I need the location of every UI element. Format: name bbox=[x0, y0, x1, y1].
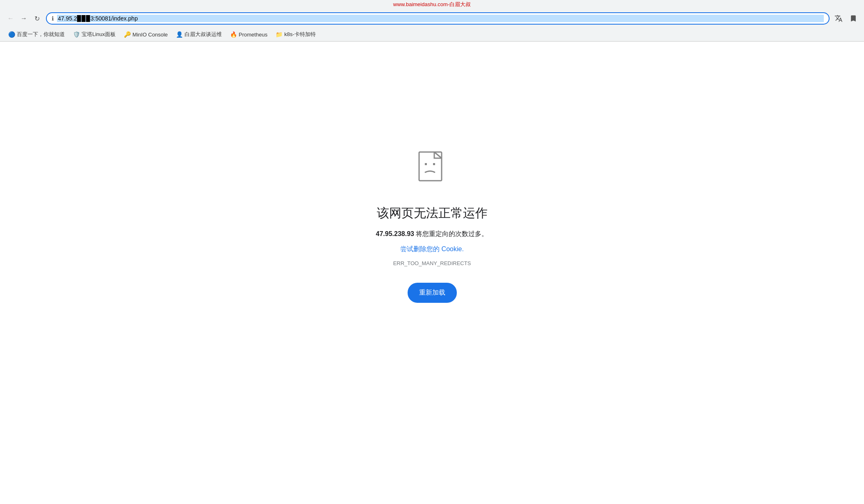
bookmark-baimei-label: 白眉大叔谈运维 bbox=[185, 31, 222, 38]
info-icon: ℹ bbox=[52, 15, 54, 22]
top-bar: ← → ↻ ℹ 47.95.2▉▉▉3:50081/index.php bbox=[0, 9, 864, 28]
bookmark-baidu-label: 百度一下，你就知道 bbox=[17, 31, 65, 38]
bookmark-prometheus-label: Prometheus bbox=[239, 32, 267, 38]
baimei-icon: 👤 bbox=[176, 31, 183, 38]
error-redirect-msg: 将您重定向的次数过多。 bbox=[414, 230, 488, 237]
address-bar[interactable]: ℹ 47.95.2▉▉▉3:50081/index.php bbox=[46, 12, 830, 25]
back-button[interactable]: ← bbox=[5, 13, 16, 24]
address-text: 47.95.2▉▉▉3:50081/index.php bbox=[57, 15, 824, 22]
page-content: 该网页无法正常运作 47.95.238.93 将您重定向的次数过多。 尝试删除您… bbox=[0, 42, 864, 411]
error-main-title: 该网页无法正常运作 bbox=[377, 205, 488, 222]
browser-chrome: www.baimeidashu.com-白眉大叔 ← → ↻ ℹ 47.95.2… bbox=[0, 0, 864, 42]
website-bar: www.baimeidashu.com-白眉大叔 bbox=[0, 0, 864, 9]
reload-button[interactable]: ↻ bbox=[31, 13, 43, 24]
reload-page-button[interactable]: 重新加载 bbox=[408, 283, 457, 303]
error-file-icon bbox=[416, 150, 449, 187]
bookmark-baimei[interactable]: 👤 白眉大叔谈运维 bbox=[173, 30, 225, 39]
forward-button[interactable]: → bbox=[18, 13, 30, 24]
bookmark-baidu[interactable]: 🔵 百度一下，你就知道 bbox=[5, 30, 68, 39]
bookmark-bt[interactable]: 🛡️ 宝塔Linux面板 bbox=[70, 30, 119, 39]
bookmark-minio[interactable]: 🔑 MinIO Console bbox=[121, 30, 171, 39]
prometheus-icon: 🔥 bbox=[230, 31, 237, 38]
error-code: ERR_TOO_MANY_REDIRECTS bbox=[393, 260, 471, 266]
nav-buttons: ← → ↻ bbox=[5, 13, 43, 24]
cookie-link[interactable]: 尝试删除您的 Cookie. bbox=[400, 245, 464, 254]
bookmarks-bar: 🔵 百度一下，你就知道 🛡️ 宝塔Linux面板 🔑 MinIO Console… bbox=[0, 28, 864, 41]
toolbar-right bbox=[833, 13, 859, 24]
error-detail: 47.95.238.93 将您重定向的次数过多。 bbox=[376, 230, 488, 238]
k8s-icon: 📁 bbox=[276, 31, 283, 38]
bookmark-star-button[interactable] bbox=[848, 13, 859, 24]
minio-icon: 🔑 bbox=[124, 31, 131, 38]
svg-rect-0 bbox=[419, 152, 442, 181]
bookmark-k8s[interactable]: 📁 k8s-卡特加特 bbox=[272, 30, 319, 39]
error-ip: 47.95.238.93 bbox=[376, 230, 414, 237]
translate-button[interactable] bbox=[833, 13, 844, 24]
svg-rect-3 bbox=[433, 163, 435, 165]
bookmark-bt-label: 宝塔Linux面板 bbox=[82, 31, 116, 38]
bookmark-minio-label: MinIO Console bbox=[132, 32, 168, 38]
bookmark-k8s-label: k8s-卡特加特 bbox=[284, 31, 316, 38]
error-icon-container bbox=[416, 150, 449, 188]
bt-icon: 🛡️ bbox=[73, 31, 80, 38]
baidu-icon: 🔵 bbox=[8, 31, 15, 38]
bookmark-prometheus[interactable]: 🔥 Prometheus bbox=[227, 30, 271, 39]
svg-rect-2 bbox=[425, 163, 427, 165]
svg-line-1 bbox=[434, 152, 442, 158]
website-link[interactable]: www.baimeidashu.com-白眉大叔 bbox=[393, 1, 471, 7]
